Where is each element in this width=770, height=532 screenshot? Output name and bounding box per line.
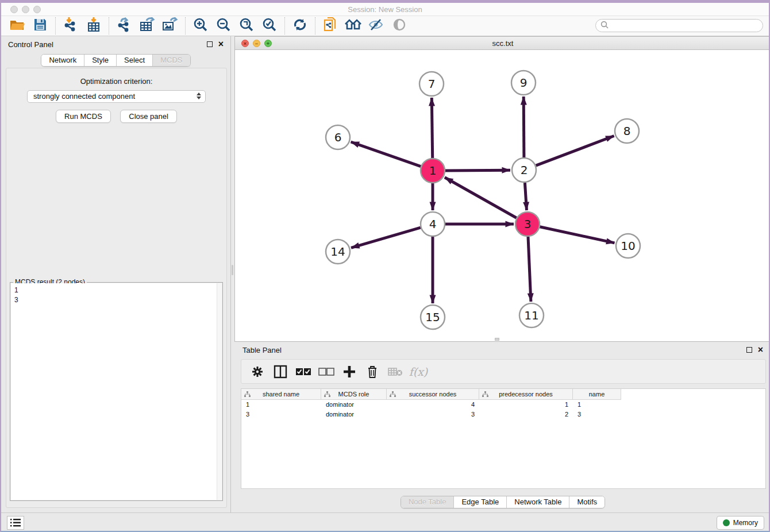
delete-table-button[interactable] <box>385 362 406 381</box>
graph-node-3[interactable]: 3 <box>515 212 540 236</box>
toolbar-separator <box>284 17 285 34</box>
delete-column-button[interactable] <box>362 362 383 381</box>
delete-column-icon <box>367 365 378 379</box>
export-network-button[interactable] <box>113 17 136 35</box>
cell-successor-nodes[interactable]: 3 <box>387 410 479 419</box>
show-all-button[interactable] <box>388 17 411 35</box>
hide-selected-button[interactable] <box>365 17 388 35</box>
close-table-panel-icon[interactable]: × <box>758 347 763 353</box>
tab-edge-table[interactable]: Edge Table <box>454 496 507 508</box>
cell-predecessor-nodes[interactable]: 2 <box>479 410 573 419</box>
graph-node-1[interactable]: 1 <box>421 159 445 183</box>
float-table-panel-icon[interactable] <box>746 347 752 353</box>
cell-shared-name[interactable]: 3 <box>241 410 321 419</box>
graph-edge-3-10[interactable] <box>540 227 615 243</box>
save-session-button[interactable] <box>29 17 52 35</box>
graph-edge-2-3[interactable] <box>525 183 526 210</box>
tab-motifs[interactable]: Motifs <box>569 496 605 508</box>
graph-node-8[interactable]: 8 <box>615 119 639 143</box>
task-history-button[interactable] <box>7 516 24 530</box>
cell-successor-nodes[interactable]: 4 <box>387 400 479 410</box>
graph-node-7[interactable]: 7 <box>419 72 444 96</box>
close-panel-icon[interactable]: × <box>218 41 224 47</box>
cell-predecessor-nodes[interactable]: 1 <box>479 400 573 410</box>
network-window-title: scc.txt <box>235 39 770 48</box>
gear-button[interactable] <box>247 362 268 381</box>
graph-edge-2-9[interactable] <box>523 97 524 157</box>
cell-mcds-role[interactable]: dominator <box>321 410 387 419</box>
tab-node-table[interactable]: Node Table <box>401 496 455 508</box>
column-header-name[interactable]: name <box>573 389 621 400</box>
unselect-all-columns-button[interactable] <box>316 362 337 381</box>
duplicate-network-button[interactable] <box>319 17 342 35</box>
memory-button[interactable]: Memory <box>717 516 764 530</box>
horizontal-divider-handle[interactable] <box>495 338 499 341</box>
table-row[interactable]: 1 dominator 4 1 1 <box>241 400 765 410</box>
svg-text:4: 4 <box>429 217 437 231</box>
graph-node-11[interactable]: 11 <box>519 303 544 327</box>
tab-network[interactable]: Network <box>41 55 84 66</box>
divider-handle[interactable] <box>232 265 233 275</box>
optimization-criterion-label: Optimization criterion: <box>6 77 226 86</box>
export-table-button[interactable] <box>136 17 159 35</box>
import-table-button[interactable] <box>82 17 105 35</box>
add-column-button[interactable] <box>339 362 360 381</box>
run-mcds-button[interactable]: Run MCDS <box>56 110 111 123</box>
tab-mcds[interactable]: MCDS <box>153 55 190 66</box>
hierarchy-icon <box>244 391 251 398</box>
close-panel-button[interactable]: Close panel <box>120 110 177 123</box>
select-all-columns-button[interactable] <box>293 362 314 381</box>
graph-node-15[interactable]: 15 <box>421 305 445 329</box>
graph-node-6[interactable]: 6 <box>326 125 350 149</box>
network-canvas[interactable]: 1234678910111415 <box>235 50 770 341</box>
graph-node-9[interactable]: 9 <box>511 71 536 95</box>
graph-node-14[interactable]: 14 <box>326 240 350 264</box>
graph-edge-4-14[interactable] <box>351 228 421 248</box>
split-columns-button[interactable] <box>270 362 291 381</box>
result-line: 1 <box>14 286 222 295</box>
window-title: Session: New Session <box>1 5 769 14</box>
cell-mcds-role[interactable]: dominator <box>321 400 387 410</box>
function-builder-button[interactable]: f(x) <box>408 362 429 381</box>
column-header-mcds-role[interactable]: MCDS role <box>321 389 387 400</box>
criterion-select[interactable]: strongly connected component <box>27 90 206 103</box>
zoom-in-button[interactable] <box>189 17 212 35</box>
column-header-successor-nodes[interactable]: successor nodes <box>387 389 479 400</box>
column-header-shared-name[interactable]: shared name <box>241 389 321 400</box>
open-session-button[interactable] <box>6 17 29 35</box>
graph-edge-1-6[interactable] <box>351 142 421 167</box>
zoom-selected-button[interactable] <box>258 17 281 35</box>
search-input[interactable] <box>611 22 758 30</box>
graph-edge-3-11[interactable] <box>528 237 531 302</box>
column-header-predecessor-nodes[interactable]: predecessor nodes <box>479 389 573 400</box>
tab-select[interactable]: Select <box>117 55 153 66</box>
cell-shared-name[interactable]: 1 <box>241 400 321 410</box>
network-window-titlebar[interactable]: × − + scc.txt <box>235 37 770 50</box>
graph-node-10[interactable]: 10 <box>616 234 640 258</box>
cell-name[interactable]: 3 <box>573 410 621 419</box>
titlebar[interactable]: Session: New Session <box>1 3 769 16</box>
export-image-button[interactable] <box>159 17 182 35</box>
zoom-out-button[interactable] <box>212 17 235 35</box>
graph-edge-3-1[interactable] <box>445 178 517 218</box>
search-box[interactable] <box>595 19 763 32</box>
graph-edge-2-8[interactable] <box>536 136 614 166</box>
save-session-icon <box>33 18 47 34</box>
graph-edge-1-2[interactable] <box>445 170 510 171</box>
graph-node-4[interactable]: 4 <box>421 212 445 236</box>
zoom-fit-button[interactable] <box>235 17 258 35</box>
home-button[interactable] <box>342 17 365 35</box>
graph-node-2[interactable]: 2 <box>512 158 536 182</box>
svg-text:2: 2 <box>521 163 528 177</box>
refresh-layout-button[interactable] <box>288 17 311 35</box>
table-row[interactable]: 3 dominator 3 2 3 <box>241 410 765 419</box>
cell-name[interactable]: 1 <box>573 400 621 410</box>
float-panel-icon[interactable] <box>207 41 213 47</box>
graph-edge-1-7[interactable] <box>432 98 432 158</box>
import-network-button[interactable] <box>59 17 82 35</box>
mcds-result-text[interactable]: 1 3 <box>11 283 222 500</box>
tab-network-table[interactable]: Network Table <box>507 496 569 508</box>
table-panel-title: Table Panel <box>242 346 746 354</box>
result-scrollbar[interactable] <box>217 283 222 500</box>
tab-style[interactable]: Style <box>84 55 117 66</box>
